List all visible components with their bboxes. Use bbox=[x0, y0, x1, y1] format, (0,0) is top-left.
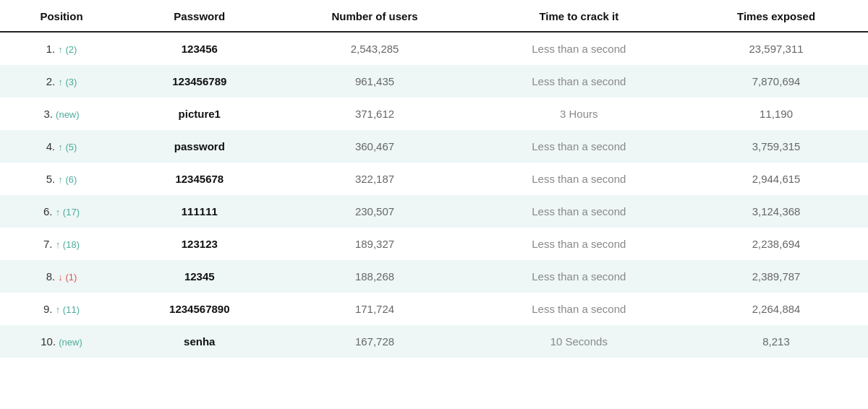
time-cell: Less than a second bbox=[474, 130, 685, 163]
position-new-badge: (new) bbox=[59, 337, 82, 348]
time-cell: Less than a second bbox=[474, 260, 685, 293]
arrow-up-icon: ↑ bbox=[58, 142, 65, 152]
table-row: 1. ↑ (2)1234562,543,285Less than a secon… bbox=[0, 32, 868, 65]
exposed-cell: 11,190 bbox=[684, 98, 868, 130]
time-cell: Less than a second bbox=[474, 32, 685, 65]
table-row: 5. ↑ (6)12345678322,187Less than a secon… bbox=[0, 163, 868, 195]
time-cell: Less than a second bbox=[474, 293, 685, 325]
position-change: (3) bbox=[65, 77, 77, 87]
table-row: 10. (new)senha167,72810 Seconds8,213 bbox=[0, 325, 868, 358]
password-cell: 111111 bbox=[123, 195, 276, 228]
exposed-cell: 3,124,368 bbox=[684, 195, 868, 228]
users-cell: 360,467 bbox=[276, 130, 474, 163]
position-change: (17) bbox=[63, 207, 80, 218]
users-cell: 2,543,285 bbox=[276, 32, 474, 65]
position-change: (18) bbox=[63, 239, 80, 250]
arrow-up-icon: ↑ bbox=[58, 77, 65, 87]
password-cell: password bbox=[123, 130, 276, 163]
position-number: 2. bbox=[46, 75, 59, 87]
table-row: 6. ↑ (17)111111230,507Less than a second… bbox=[0, 195, 868, 228]
col-header-position: Position bbox=[0, 0, 123, 32]
time-cell: 10 Seconds bbox=[474, 325, 685, 358]
time-cell: 3 Hours bbox=[474, 98, 685, 130]
position-change: (1) bbox=[65, 272, 77, 283]
time-cell: Less than a second bbox=[474, 228, 685, 260]
position-number: 6. bbox=[43, 205, 56, 218]
password-cell: 123456 bbox=[123, 32, 276, 65]
arrow-up-icon: ↑ bbox=[56, 304, 63, 315]
time-cell: Less than a second bbox=[474, 195, 685, 228]
position-cell: 10. (new) bbox=[0, 325, 123, 358]
users-cell: 961,435 bbox=[276, 65, 474, 98]
users-cell: 188,268 bbox=[276, 260, 474, 293]
password-cell: 1234567890 bbox=[123, 293, 276, 325]
exposed-cell: 3,759,315 bbox=[684, 130, 868, 163]
exposed-cell: 7,870,694 bbox=[684, 65, 868, 98]
table-row: 8. ↓ (1)12345188,268Less than a second2,… bbox=[0, 260, 868, 293]
position-number: 3. bbox=[43, 108, 56, 120]
time-cell: Less than a second bbox=[474, 65, 685, 98]
position-cell: 9. ↑ (11) bbox=[0, 293, 123, 325]
position-cell: 3. (new) bbox=[0, 98, 123, 130]
users-cell: 171,724 bbox=[276, 293, 474, 325]
password-cell: picture1 bbox=[123, 98, 276, 130]
exposed-cell: 2,238,694 bbox=[684, 228, 868, 260]
position-number: 4. bbox=[46, 140, 59, 152]
position-cell: 7. ↑ (18) bbox=[0, 228, 123, 260]
col-header-time: Time to crack it bbox=[474, 0, 685, 32]
arrow-up-icon: ↑ bbox=[56, 239, 63, 250]
password-cell: 12345 bbox=[123, 260, 276, 293]
table-row: 7. ↑ (18)123123189,327Less than a second… bbox=[0, 228, 868, 260]
password-table: Position Password Number of users Time t… bbox=[0, 0, 868, 358]
users-cell: 230,507 bbox=[276, 195, 474, 228]
position-cell: 6. ↑ (17) bbox=[0, 195, 123, 228]
position-change: (2) bbox=[65, 44, 77, 55]
position-change: (11) bbox=[63, 304, 80, 315]
table-row: 9. ↑ (11)1234567890171,724Less than a se… bbox=[0, 293, 868, 325]
password-cell: 123123 bbox=[123, 228, 276, 260]
table-row: 2. ↑ (3)123456789961,435Less than a seco… bbox=[0, 65, 868, 98]
position-number: 10. bbox=[41, 335, 59, 348]
position-cell: 4. ↑ (5) bbox=[0, 130, 123, 163]
position-change: (5) bbox=[65, 142, 77, 152]
time-cell: Less than a second bbox=[474, 163, 685, 195]
exposed-cell: 8,213 bbox=[684, 325, 868, 358]
users-cell: 371,612 bbox=[276, 98, 474, 130]
users-cell: 322,187 bbox=[276, 163, 474, 195]
arrow-up-icon: ↑ bbox=[58, 44, 65, 55]
password-cell: senha bbox=[123, 325, 276, 358]
users-cell: 189,327 bbox=[276, 228, 474, 260]
col-header-exposed: Times exposed bbox=[684, 0, 868, 32]
col-header-users: Number of users bbox=[276, 0, 474, 32]
col-header-password: Password bbox=[123, 0, 276, 32]
position-cell: 5. ↑ (6) bbox=[0, 163, 123, 195]
position-number: 7. bbox=[43, 238, 56, 250]
exposed-cell: 2,389,787 bbox=[684, 260, 868, 293]
exposed-cell: 2,944,615 bbox=[684, 163, 868, 195]
table-row: 4. ↑ (5)password360,467Less than a secon… bbox=[0, 130, 868, 163]
position-number: 8. bbox=[46, 270, 59, 283]
exposed-cell: 2,264,884 bbox=[684, 293, 868, 325]
main-table-container: Position Password Number of users Time t… bbox=[0, 0, 868, 409]
password-cell: 12345678 bbox=[123, 163, 276, 195]
users-cell: 167,728 bbox=[276, 325, 474, 358]
position-cell: 2. ↑ (3) bbox=[0, 65, 123, 98]
arrow-up-icon: ↑ bbox=[58, 174, 65, 185]
position-number: 5. bbox=[46, 173, 59, 185]
position-cell: 1. ↑ (2) bbox=[0, 32, 123, 65]
table-row: 3. (new)picture1371,6123 Hours11,190 bbox=[0, 98, 868, 130]
position-number: 1. bbox=[46, 43, 59, 55]
position-change: (6) bbox=[65, 174, 77, 185]
arrow-up-icon: ↑ bbox=[56, 207, 63, 218]
table-header-row: Position Password Number of users Time t… bbox=[0, 0, 868, 32]
position-new-badge: (new) bbox=[56, 109, 80, 120]
arrow-down-icon: ↓ bbox=[58, 272, 65, 283]
position-cell: 8. ↓ (1) bbox=[0, 260, 123, 293]
password-cell: 123456789 bbox=[123, 65, 276, 98]
exposed-cell: 23,597,311 bbox=[684, 32, 868, 65]
position-number: 9. bbox=[43, 303, 56, 315]
